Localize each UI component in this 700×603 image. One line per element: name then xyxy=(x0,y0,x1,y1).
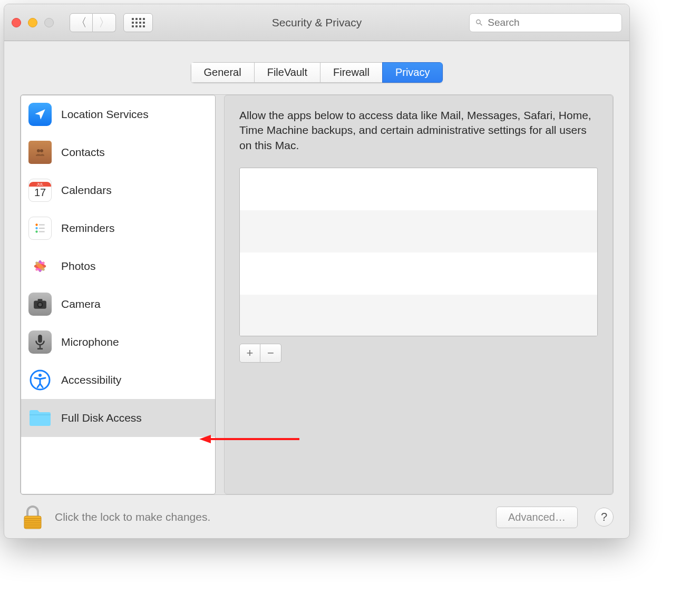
preferences-window: 〈 〉 Security & Privacy General FileVault… xyxy=(4,4,630,539)
search-input[interactable] xyxy=(488,17,616,28)
app-list-row xyxy=(240,252,597,295)
svg-rect-22 xyxy=(37,348,43,349)
category-label: Camera xyxy=(61,298,101,310)
folder-icon xyxy=(28,406,52,430)
category-label: Calendars xyxy=(61,184,112,197)
nav-buttons: 〈 〉 xyxy=(70,13,116,32)
microphone-icon xyxy=(28,330,52,354)
category-label: Location Services xyxy=(61,108,149,121)
app-access-list[interactable] xyxy=(239,168,598,336)
detail-description: Allow the apps below to access data like… xyxy=(239,108,598,153)
svg-rect-5 xyxy=(39,224,45,225)
svg-rect-30 xyxy=(24,527,41,528)
search-field[interactable] xyxy=(469,13,622,32)
remove-app-button[interactable]: − xyxy=(260,344,281,363)
footer: Click the lock to make changes. Advanced… xyxy=(4,496,629,538)
chevron-right-icon: 〉 xyxy=(99,15,110,31)
tab-segmented-control: General FileVault Firewall Privacy xyxy=(191,62,443,83)
svg-point-18 xyxy=(38,303,42,307)
zoom-window-button xyxy=(44,18,54,27)
app-list-row xyxy=(240,295,597,336)
grid-icon xyxy=(132,18,145,27)
category-camera[interactable]: Camera xyxy=(21,285,215,323)
category-contacts[interactable]: Contacts xyxy=(21,133,215,171)
category-label: Reminders xyxy=(61,222,115,235)
list-edit-buttons: + − xyxy=(239,344,598,363)
privacy-category-list[interactable]: Location Services Contacts JUL 17 Calend… xyxy=(21,95,216,494)
help-button[interactable]: ? xyxy=(595,508,614,527)
category-accessibility[interactable]: Accessibility xyxy=(21,361,215,399)
tab-general[interactable]: General xyxy=(191,62,254,83)
photos-icon xyxy=(28,255,52,278)
content-panel: Location Services Contacts JUL 17 Calend… xyxy=(20,94,614,495)
calendar-icon: JUL 17 xyxy=(28,179,52,202)
accessibility-icon xyxy=(28,368,52,392)
svg-point-3 xyxy=(35,227,37,229)
svg-rect-7 xyxy=(39,231,45,232)
svg-rect-26 xyxy=(24,518,41,519)
forward-button[interactable]: 〉 xyxy=(93,13,116,32)
category-microphone[interactable]: Microphone xyxy=(21,323,215,361)
add-app-button[interactable]: + xyxy=(239,344,260,363)
advanced-button[interactable]: Advanced… xyxy=(496,507,578,528)
svg-rect-27 xyxy=(24,520,41,521)
minimize-window-button[interactable] xyxy=(28,18,37,27)
svg-point-4 xyxy=(35,230,37,232)
location-icon xyxy=(28,103,52,126)
close-window-button[interactable] xyxy=(12,18,21,27)
svg-rect-21 xyxy=(40,345,41,348)
svg-point-24 xyxy=(38,374,42,377)
lock-icon[interactable] xyxy=(20,504,45,530)
traffic-lights xyxy=(12,18,54,27)
toolbar: 〈 〉 Security & Privacy xyxy=(4,4,629,41)
app-list-row xyxy=(240,210,597,252)
detail-panel: Allow the apps below to access data like… xyxy=(224,95,613,494)
svg-point-2 xyxy=(35,223,37,226)
category-full-disk-access[interactable]: Full Disk Access xyxy=(21,399,215,437)
svg-rect-6 xyxy=(39,228,45,229)
tab-filevault[interactable]: FileVault xyxy=(254,62,320,83)
reminders-icon xyxy=(28,217,52,240)
category-label: Microphone xyxy=(61,336,119,348)
category-photos[interactable]: Photos xyxy=(21,247,215,285)
category-reminders[interactable]: Reminders xyxy=(21,209,215,247)
back-button[interactable]: 〈 xyxy=(70,13,93,32)
category-label: Photos xyxy=(61,260,95,273)
tabs-row: General FileVault Firewall Privacy xyxy=(4,41,629,94)
chevron-left-icon: 〈 xyxy=(75,15,87,31)
app-list-row xyxy=(240,168,597,210)
contacts-icon xyxy=(28,141,52,164)
category-label: Full Disk Access xyxy=(61,412,142,424)
svg-point-1 xyxy=(40,149,43,152)
svg-rect-28 xyxy=(24,522,41,523)
svg-rect-29 xyxy=(24,524,41,526)
category-calendars[interactable]: JUL 17 Calendars xyxy=(21,171,215,209)
category-label: Accessibility xyxy=(61,374,121,386)
search-icon xyxy=(475,18,483,27)
lock-hint-text: Click the lock to make changes. xyxy=(55,511,210,523)
svg-rect-20 xyxy=(38,335,42,343)
category-label: Contacts xyxy=(61,146,105,159)
category-location-services[interactable]: Location Services xyxy=(21,95,215,133)
tab-firewall[interactable]: Firewall xyxy=(320,62,382,83)
svg-point-0 xyxy=(37,149,40,152)
show-all-button[interactable] xyxy=(123,13,153,32)
camera-icon xyxy=(28,293,52,316)
svg-rect-19 xyxy=(38,299,43,301)
tab-privacy[interactable]: Privacy xyxy=(382,62,443,83)
